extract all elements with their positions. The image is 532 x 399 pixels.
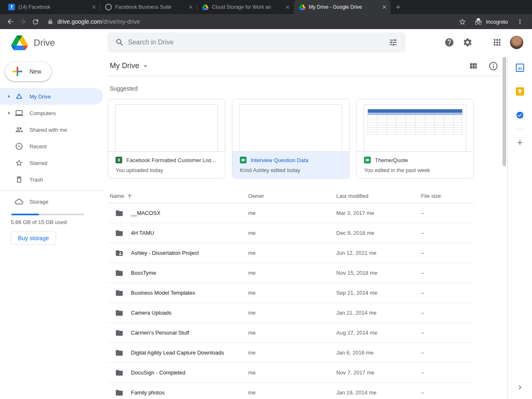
file-row[interactable]: Camera Uploads me Jan 21, 2014 me – [108,303,474,323]
column-header-name[interactable]: Name [108,193,248,199]
modified-cell: Mar 3, 2017 me [336,210,421,216]
file-row[interactable]: Family photos me Jan 19, 2014 me – [108,383,474,399]
clock-icon [15,142,23,150]
new-plus-icon [10,64,25,79]
folder-icon [115,329,123,337]
size-cell: – [421,250,474,256]
buy-storage-button[interactable]: Buy storage [11,232,56,245]
get-addons-plus-icon[interactable] [516,138,524,147]
sidebar-item-storage[interactable]: Storage [0,193,103,210]
tasks-icon[interactable] [516,111,524,119]
file-row[interactable]: Ashley - Dissertation Project me Jun 12,… [108,243,474,263]
sidebar: New My Drive Computers Shared with me Re… [0,56,106,399]
sidebar-item-trash[interactable]: Trash [0,171,103,188]
drive-logo[interactable]: Drive [11,35,55,50]
settings-gear-icon[interactable] [463,37,473,47]
incognito-label: Incognito [486,19,508,25]
info-icon[interactable] [488,61,498,71]
modified-cell: Jan 6, 2016 me [336,350,421,356]
drive-favicon [202,4,209,10]
sidebar-item-shared-with-me[interactable]: Shared with me [0,121,103,138]
search-icon[interactable] [111,34,128,51]
back-button[interactable] [4,15,17,28]
sort-ascending-icon[interactable] [127,193,133,199]
modified-cell: Jun 12, 2021 me [336,250,421,256]
file-row[interactable]: BossTyme me Nov 15, 2018 me – [108,263,474,283]
address-bar[interactable]: drive.google.com/drive/my-drive [57,18,140,25]
scrollbar-thumb[interactable] [502,57,506,166]
keep-icon[interactable] [516,87,524,96]
my-drive-icon [15,92,23,101]
calendar-icon[interactable]: 31 [516,64,524,72]
new-button[interactable]: New [5,62,52,81]
file-row[interactable]: Digital Agility Lead Capture Downloads m… [108,343,474,363]
tab-close-icon[interactable] [188,4,194,10]
owner-cell: me [248,389,336,396]
forward-button[interactable] [17,15,29,28]
avatar[interactable] [510,36,523,49]
folder-icon [115,389,123,397]
https-lock-icon[interactable] [47,19,53,25]
search-options-icon[interactable] [385,34,401,51]
tab-close-icon[interactable] [382,4,387,10]
card-subtitle: You edited in the past week [364,167,467,173]
chevron-right-icon[interactable] [516,383,524,392]
help-icon[interactable] [444,37,454,47]
page-title[interactable]: My Drive [110,62,139,70]
modified-cell: Nov 15, 2018 me [336,270,421,276]
browser-tab-my-drive-active[interactable]: My Drive - Google Drive [294,0,391,14]
file-thumbnail [108,99,225,151]
shared-folder-icon [115,249,123,257]
drive-favicon [299,4,305,10]
suggested-card[interactable]: Facebook Formatted Customer Lists... You… [108,99,225,179]
sidebar-item-starred[interactable]: Starred [0,155,103,171]
modified-cell: Jan 19, 2014 me [336,389,421,396]
size-cell: – [421,330,474,336]
card-title: Interview Question Data [251,157,308,163]
suggested-card[interactable]: Theme/Quote You edited in the past week [356,99,474,179]
file-name: Digital Agility Lead Capture Downloads [131,350,224,356]
sidebar-item-recent[interactable]: Recent [0,138,103,155]
browser-tab-business-suite[interactable]: Facebook Business Suite [100,0,197,14]
file-row[interactable]: Carmen's Personal Stuff me Aug 27, 2014 … [108,323,474,343]
suggested-card-selected[interactable]: Interview Question Data Kristi Ashley ed… [232,99,350,179]
folder-icon [115,209,123,217]
search-input[interactable] [128,39,385,46]
storage-progress-fill [11,214,39,215]
sidebar-item-my-drive[interactable]: My Drive [0,88,103,105]
sidebar-item-computers[interactable]: Computers [0,105,103,121]
file-row[interactable]: 4H TAMU me Dec 9, 2018 me – [108,223,474,243]
modified-cell: Aug 27, 2014 me [336,330,421,336]
file-name: 4H TAMU [131,230,154,236]
folder-icon [115,289,123,297]
expand-caret-icon[interactable] [7,111,15,116]
tab-close-icon[interactable] [91,4,97,10]
file-row[interactable]: DocuSign - Completed me Nov 7, 2017 me – [108,363,474,383]
chevron-down-icon[interactable] [142,62,149,70]
file-name: Family photos [131,389,165,396]
reload-button[interactable] [29,15,42,28]
folder-icon [115,309,123,317]
file-row[interactable]: __MACOSX me Mar 3, 2017 me – [108,203,474,223]
tab-close-icon[interactable] [285,4,291,10]
grid-view-toggle-icon[interactable] [468,61,478,71]
browser-menu-icon[interactable] [514,15,526,28]
tab-strip: f (14) Facebook Facebook Business Suite … [0,0,532,14]
vertical-scrollbar[interactable] [501,56,507,399]
column-header-size: File size [421,193,474,199]
file-name: Camera Uploads [131,310,172,316]
file-thumbnail [232,99,349,151]
people-icon [15,126,23,134]
card-subtitle: You uploaded today [116,167,218,173]
browser-tab-cloud-storage[interactable]: Cloud Storage for Work an [197,0,294,14]
new-tab-button[interactable] [395,4,401,10]
browser-tab-facebook[interactable]: f (14) Facebook [3,0,100,14]
bookmark-star-icon[interactable] [456,15,468,28]
file-row[interactable]: Business Model Templates me Sep 21, 2014… [108,283,474,303]
owner-cell: me [248,270,336,276]
card-subtitle: Kristi Ashley edited today [240,167,342,173]
google-apps-grid-icon[interactable] [492,37,502,47]
expand-caret-icon[interactable] [7,94,15,99]
sheets-icon [240,157,246,163]
tab-title: (14) Facebook [18,4,88,10]
